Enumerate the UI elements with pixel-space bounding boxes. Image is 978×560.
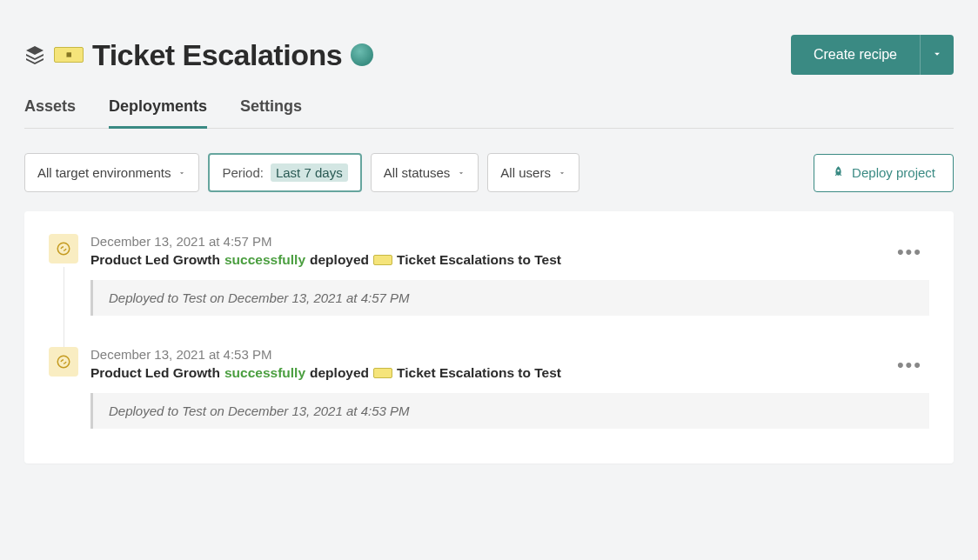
create-recipe-dropdown-button[interactable] bbox=[920, 35, 954, 75]
filter-period[interactable]: Period: Last 7 days bbox=[208, 153, 361, 192]
filter-period-label: Period: bbox=[222, 165, 264, 180]
deployment-entry-icon bbox=[49, 347, 78, 377]
entry-more-menu[interactable]: ••• bbox=[890, 237, 929, 267]
filter-status[interactable]: All statuses bbox=[371, 153, 479, 192]
deployment-entry: ••• December 13, 2021 at 4:53 PM Product… bbox=[49, 347, 929, 429]
create-recipe-button[interactable]: Create recipe bbox=[791, 35, 920, 75]
entry-message: Product Led Growth successfully deployed… bbox=[90, 252, 929, 268]
page-title: Ticket Escalations bbox=[92, 38, 342, 72]
deployments-panel: ••• December 13, 2021 at 4:57 PM Product… bbox=[24, 211, 954, 463]
entry-actor: Product Led Growth bbox=[90, 252, 220, 268]
entry-target: Ticket Escalations to Test bbox=[397, 365, 561, 381]
deploy-project-label: Deploy project bbox=[852, 165, 935, 180]
rocket-icon bbox=[832, 165, 845, 181]
filter-users[interactable]: All users bbox=[487, 153, 579, 192]
entry-note: Deployed to Test on December 13, 2021 at… bbox=[90, 280, 929, 316]
project-mini-badge-icon bbox=[373, 368, 392, 378]
deployment-entry-icon bbox=[49, 234, 78, 263]
entry-note: Deployed to Test on December 13, 2021 at… bbox=[90, 393, 929, 429]
tab-assets[interactable]: Assets bbox=[24, 97, 76, 129]
filter-users-label: All users bbox=[500, 165, 551, 180]
filter-environment-label: All target environments bbox=[37, 165, 171, 180]
filters-row: All target environments Period: Last 7 d… bbox=[24, 153, 954, 192]
tab-deployments[interactable]: Deployments bbox=[109, 97, 207, 129]
filters-left: All target environments Period: Last 7 d… bbox=[24, 153, 579, 192]
svg-point-1 bbox=[57, 356, 70, 368]
project-thumbnail-badge: ▦ bbox=[54, 47, 84, 63]
create-button-group: Create recipe bbox=[791, 35, 954, 75]
title-group: ▦ Ticket Escalations bbox=[24, 38, 373, 72]
entry-status-word: successfully bbox=[224, 365, 305, 381]
entry-target: Ticket Escalations to Test bbox=[397, 252, 561, 268]
filter-environment[interactable]: All target environments bbox=[24, 153, 199, 192]
entry-verb: deployed bbox=[310, 365, 369, 381]
entry-timestamp: December 13, 2021 at 4:57 PM bbox=[90, 234, 929, 249]
timeline-line bbox=[64, 267, 64, 347]
project-stack-icon bbox=[24, 44, 45, 65]
deployment-entry: ••• December 13, 2021 at 4:57 PM Product… bbox=[49, 234, 929, 316]
page-header: ▦ Ticket Escalations Create recipe bbox=[24, 35, 954, 75]
chevron-down-icon bbox=[931, 48, 943, 63]
svg-point-0 bbox=[57, 243, 70, 255]
entry-more-menu[interactable]: ••• bbox=[890, 350, 929, 380]
entry-status-word: successfully bbox=[224, 252, 305, 268]
environment-badge-icon bbox=[351, 43, 373, 66]
chevron-down-icon bbox=[178, 165, 186, 180]
project-mini-badge-icon bbox=[373, 255, 392, 265]
deploy-project-button[interactable]: Deploy project bbox=[814, 154, 954, 192]
chevron-down-icon bbox=[558, 165, 566, 180]
chevron-down-icon bbox=[457, 165, 466, 180]
tab-settings[interactable]: Settings bbox=[240, 97, 302, 129]
entry-actor: Product Led Growth bbox=[90, 365, 220, 381]
filter-status-label: All statuses bbox=[384, 165, 451, 180]
entry-message: Product Led Growth successfully deployed… bbox=[90, 365, 929, 381]
filter-period-value: Last 7 days bbox=[271, 163, 348, 182]
entry-timestamp: December 13, 2021 at 4:53 PM bbox=[90, 347, 929, 362]
entry-verb: deployed bbox=[310, 252, 369, 268]
tabs-bar: Assets Deployments Settings bbox=[24, 97, 954, 129]
